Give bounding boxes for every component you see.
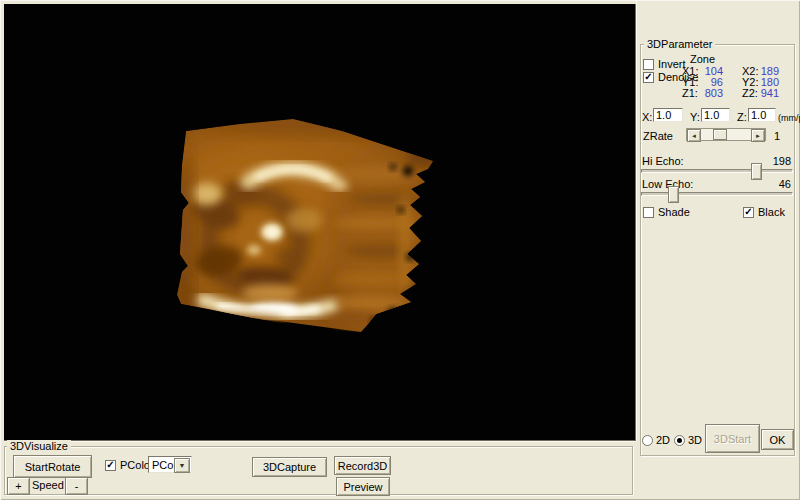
z-scale-label: Z:: [737, 111, 747, 123]
mode-2d-radio-circle: [642, 435, 653, 446]
zone-z2-label: Z2:: [742, 87, 758, 99]
ultrasound-3d-dialog: 3DParameter ✓ Invert ✓ Denoise Zone X1: …: [0, 0, 800, 500]
low-echo-slider-thumb[interactable]: [668, 186, 679, 203]
start-3d-button[interactable]: 3DStart: [705, 424, 760, 453]
black-checkbox[interactable]: ✓ Black: [743, 206, 785, 218]
speed-decrease-button[interactable]: -: [65, 477, 88, 495]
shade-checkbox[interactable]: ✓ Shade: [643, 206, 690, 218]
start-rotate-button[interactable]: StartRotate: [13, 455, 92, 478]
mode-2d-radio[interactable]: 2D: [642, 434, 670, 446]
check-icon: ✓: [106, 460, 114, 469]
x-scale-input[interactable]: [653, 108, 683, 122]
check-icon: ✓: [644, 72, 652, 81]
scale-unit-label: (mm/p): [778, 112, 800, 124]
check-icon: ✓: [744, 207, 752, 216]
scroll-left-icon: ◄: [691, 133, 697, 139]
mode-3d-radio-circle: [674, 435, 685, 446]
zrate-label: ZRate: [643, 130, 673, 142]
invert-checkbox[interactable]: ✓ Invert: [643, 58, 686, 70]
scroll-right-icon: ►: [755, 133, 761, 139]
panel-divider-horizontal: [4, 441, 636, 442]
black-checkbox-label: Black: [758, 206, 785, 218]
render-viewport[interactable]: [4, 4, 636, 441]
zrate-scroll-right-button[interactable]: ►: [751, 129, 765, 142]
y-scale-label: Y:: [690, 111, 700, 123]
shade-checkbox-box: ✓: [643, 207, 654, 218]
zone-z2-value: 941: [759, 87, 779, 99]
ok-button[interactable]: OK: [761, 429, 794, 450]
speed-increase-button[interactable]: +: [7, 477, 30, 495]
zone-z1-value: 803: [703, 87, 723, 99]
capture-3d-button[interactable]: 3DCapture: [252, 457, 327, 477]
low-echo-value: 46: [759, 178, 791, 190]
denoise-checkbox-box: ✓: [643, 72, 654, 83]
pcolor-dropdown[interactable]: PColor ▼: [148, 456, 192, 473]
pcolor-checkbox-box: ✓: [105, 460, 116, 471]
ultrasound-patch: [159, 118, 443, 339]
mode-3d-radio[interactable]: 3D: [674, 434, 702, 446]
visualize-group-title: 3DVisualize: [7, 440, 71, 452]
parameter-groupbox: 3DParameter ✓ Invert ✓ Denoise Zone X1: …: [640, 44, 795, 456]
zone-row-x: X1: 104 X2: 189: [682, 65, 782, 76]
zone-z1-label: Z1:: [682, 87, 698, 99]
black-checkbox-box: ✓: [743, 207, 754, 218]
preview-button[interactable]: Preview: [336, 477, 390, 496]
hi-echo-label: Hi Echo:: [642, 155, 684, 167]
pcolor-checkbox[interactable]: ✓ PColor: [105, 459, 154, 471]
hi-echo-slider-track[interactable]: [641, 169, 793, 173]
low-echo-slider-track[interactable]: [641, 192, 793, 196]
shade-checkbox-label: Shade: [658, 206, 690, 218]
speed-label: Speed: [32, 479, 64, 491]
parameter-group-title: 3DParameter: [644, 38, 715, 50]
x-scale-label: X:: [642, 111, 652, 123]
visualize-groupbox: 3DVisualize StartRotate + Speed - ✓ PCol…: [4, 446, 633, 495]
pcolor-dropdown-arrow-button[interactable]: ▼: [174, 458, 190, 473]
y-scale-input[interactable]: [701, 108, 730, 122]
record-3d-button[interactable]: Record3D: [334, 456, 391, 475]
mode-2d-radio-label: 2D: [656, 434, 670, 446]
zone-label: Zone: [690, 53, 715, 65]
zrate-scrollbar[interactable]: ◄ ►: [686, 128, 766, 141]
zrate-scrollbar-thumb[interactable]: [713, 129, 727, 140]
zone-row-z: Z1: 803 Z2: 941: [682, 87, 782, 98]
z-scale-input[interactable]: [748, 108, 776, 122]
ultrasound-3d-render: [4, 4, 635, 440]
dropdown-arrow-icon: ▼: [179, 462, 186, 469]
zone-row-y: Y1: 96 Y2: 180: [682, 76, 782, 87]
hi-echo-value: 198: [759, 155, 791, 167]
mode-3d-radio-label: 3D: [688, 434, 702, 446]
panel-divider-vertical: [636, 0, 637, 441]
zrate-value: 1: [774, 130, 780, 142]
zrate-scroll-left-button[interactable]: ◄: [687, 129, 701, 142]
invert-checkbox-box: ✓: [643, 59, 654, 70]
